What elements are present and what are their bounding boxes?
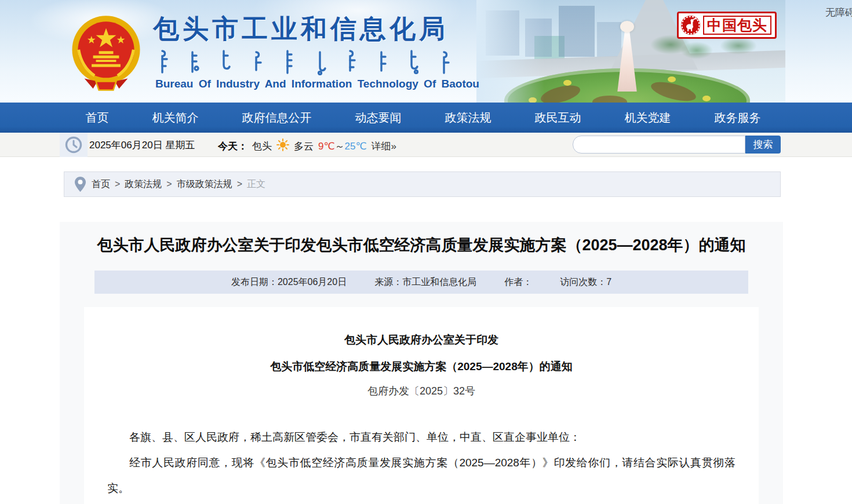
paragraph-recipients: 各旗、县、区人民政府，稀土高新区管委会，市直有关部门、单位，中直、区直企事业单位… [107,425,736,450]
nav-item-policies[interactable]: 政策法规 [445,110,491,126]
search-box: 搜索 [573,136,781,154]
search-button[interactable]: 搜索 [745,136,781,154]
article-meta-bar: 发布日期：2025年06月20日 来源：市工业和信息化局 作者： 访问次数：7 [94,271,748,294]
temp-low: 9℃ [318,141,335,152]
weather-city: 包头 [252,140,272,153]
paragraph-notice: 经市人民政府同意，现将《包头市低空经济高质量发展实施方案（2025—2028年）… [107,450,736,501]
today-label: 今天： [218,140,247,153]
location-pin-icon [75,177,86,192]
nav-item-about[interactable]: 机关简介 [152,110,199,126]
national-emblem-logo[interactable] [70,15,143,92]
mongolian-script [155,49,457,75]
visit-count: 访问次数：7 [560,276,611,288]
doc-number: 包府办发〔2025〕32号 [107,384,736,398]
breadcrumb: 首页 > 政策法规 > 市级政策法规 > 正文 [64,171,781,197]
breadcrumb-current: 正文 [247,178,265,191]
clock-icon [60,133,88,157]
search-input[interactable] [573,136,745,154]
nav-item-interaction[interactable]: 政民互动 [535,110,581,126]
site-title-cn[interactable]: 包头市工业和信息化局 [153,12,449,46]
weather-detail-link[interactable]: 详细» [372,140,396,153]
baotou-deer-icon [681,16,700,35]
breadcrumb-separator: > [166,179,172,189]
article-author: 作者： [504,276,532,288]
nav-item-gov-info[interactable]: 政府信息公开 [242,110,312,126]
breadcrumb-separator: > [237,179,242,189]
breadcrumb-policies[interactable]: 政策法规 [125,178,162,191]
doc-title-line2: 包头市低空经济高质量发展实施方案（2025—2028年）的通知 [107,359,736,374]
china-baotou-badge-label: 中国包头 [703,16,771,35]
nav-item-home[interactable]: 首页 [86,110,109,126]
breadcrumb-home[interactable]: 首页 [92,178,110,191]
publish-date: 发布日期：2025年06月20日 [231,276,347,288]
article-body: 包头市人民政府办公室关于印发 包头市低空经济高质量发展实施方案（2025—202… [84,307,759,504]
article-source: 来源：市工业和信息化局 [374,276,476,288]
temp-high: 25℃ [345,141,367,152]
main-nav: 首页 机关简介 政府信息公开 动态要闻 政策法规 政民互动 机关党建 政务服务 [0,103,852,133]
temp-tilde: ～ [335,141,345,152]
date-weather-bar: 2025年06月20日 星期五 今天： 包头 多云 9℃～25℃ 详细» [0,133,852,157]
site-title-en[interactable]: Bureau Of Industry And Information Techn… [155,78,479,90]
accessibility-link[interactable]: 无障碍阅读 [825,6,852,19]
nav-item-services[interactable]: 政务服务 [715,110,761,126]
breadcrumb-city-policies[interactable]: 市级政策法规 [177,178,232,191]
article-card: 包头市人民政府办公室关于印发包头市低空经济高质量发展实施方案（2025—2028… [60,222,783,504]
weather-info: 今天： 包头 多云 9℃～25℃ 详细» [218,138,396,154]
weather-condition: 多云 [294,140,314,153]
sun-icon [276,138,289,154]
breadcrumb-separator: > [115,179,120,189]
current-date: 2025年06月20日 星期五 [89,138,195,152]
china-baotou-badge[interactable]: 中国包头 [677,12,777,39]
page: 包头市工业和信息化局 Bureau Of Industry And Inform… [0,0,852,504]
site-header: 包头市工业和信息化局 Bureau Of Industry And Inform… [0,0,852,103]
nav-item-news[interactable]: 动态要闻 [355,110,402,126]
doc-title-line1: 包头市人民政府办公室关于印发 [107,333,736,348]
nav-item-party[interactable]: 机关党建 [625,110,671,126]
article-title: 包头市人民政府办公室关于印发包头市低空经济高质量发展实施方案（2025—2028… [88,235,755,255]
